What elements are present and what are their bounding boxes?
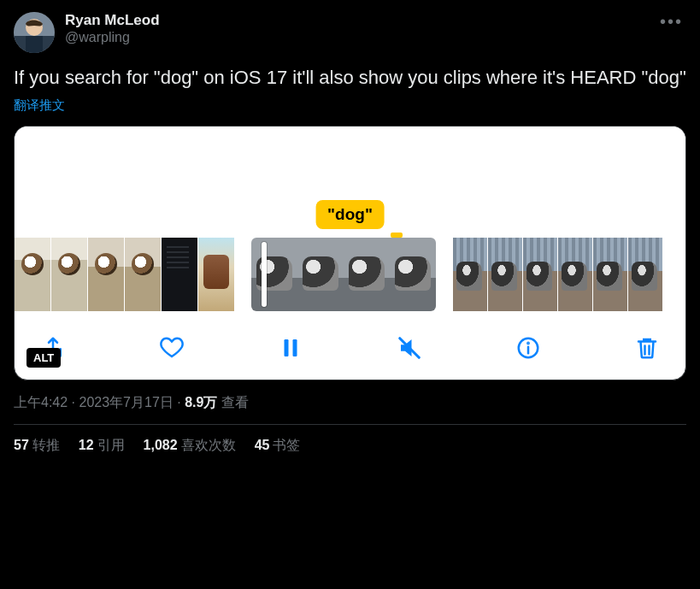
- clip-frame: [593, 238, 627, 311]
- heart-icon[interactable]: [159, 335, 185, 361]
- media-card[interactable]: "dog": [14, 126, 686, 380]
- stat-retweets[interactable]: 57转推: [14, 437, 60, 455]
- stat-quotes[interactable]: 12引用: [79, 437, 125, 455]
- clip-frame: [15, 238, 50, 311]
- alt-badge[interactable]: ALT: [26, 348, 61, 368]
- clip-frame: [453, 238, 487, 311]
- author-name-block[interactable]: Ryan McLeod @warpling: [65, 12, 656, 46]
- media-top-area: "dog": [15, 127, 685, 238]
- clip-frame: [198, 238, 234, 311]
- clip-frame: [390, 238, 436, 311]
- clip-2-active[interactable]: [251, 238, 436, 311]
- stats-row: 57转推 12引用 1,082喜欢次数 45书签: [14, 437, 686, 455]
- pause-icon[interactable]: [278, 335, 303, 361]
- tweet-meta: 上午4:42 · 2023年7月17日 · 8.9万 查看: [14, 394, 686, 412]
- display-name: Ryan McLeod: [65, 12, 656, 29]
- more-button[interactable]: •••: [656, 12, 686, 31]
- views-count: 8.9万: [185, 395, 217, 409]
- time[interactable]: 上午4:42: [14, 395, 68, 409]
- clip-3[interactable]: [453, 238, 662, 311]
- clip-frame: [162, 238, 197, 311]
- clip-frame: [628, 238, 662, 311]
- clip-frame: [488, 238, 522, 311]
- clip-frame: [523, 238, 557, 311]
- svg-point-8: [527, 343, 528, 344]
- avatar-image: [14, 12, 55, 53]
- filmstrip[interactable]: [15, 238, 685, 316]
- clip-1[interactable]: [15, 238, 234, 311]
- clip-frame: [88, 238, 124, 311]
- date[interactable]: 2023年7月17日: [79, 395, 173, 409]
- svg-rect-3: [26, 36, 43, 53]
- tweet-header: Ryan McLeod @warpling •••: [14, 12, 686, 53]
- search-term-badge: "dog": [315, 200, 385, 229]
- stat-bookmarks[interactable]: 45书签: [255, 437, 301, 455]
- handle: @warpling: [65, 29, 656, 46]
- divider: [14, 424, 686, 425]
- stat-likes[interactable]: 1,082喜欢次数: [144, 437, 236, 455]
- svg-rect-5: [293, 339, 297, 356]
- media-toolbar: [15, 316, 685, 380]
- translate-link[interactable]: 翻译推文: [14, 97, 686, 114]
- clip-frame: [344, 238, 390, 311]
- info-icon[interactable]: [515, 335, 541, 361]
- avatar[interactable]: [14, 12, 55, 53]
- clip-frame: [51, 238, 87, 311]
- tweet-container: Ryan McLeod @warpling ••• If you search …: [0, 0, 700, 455]
- clip-frame: [558, 238, 592, 311]
- clip-frame: [297, 238, 344, 311]
- clip-frame: [125, 238, 161, 311]
- views-label: 查看: [217, 395, 248, 409]
- svg-rect-4: [285, 339, 289, 356]
- tweet-text: If you search for "dog" on iOS 17 it'll …: [14, 65, 686, 91]
- clip-frame: [251, 238, 297, 311]
- mute-icon[interactable]: [397, 335, 422, 361]
- playhead[interactable]: [262, 242, 267, 307]
- trash-icon[interactable]: [634, 335, 660, 361]
